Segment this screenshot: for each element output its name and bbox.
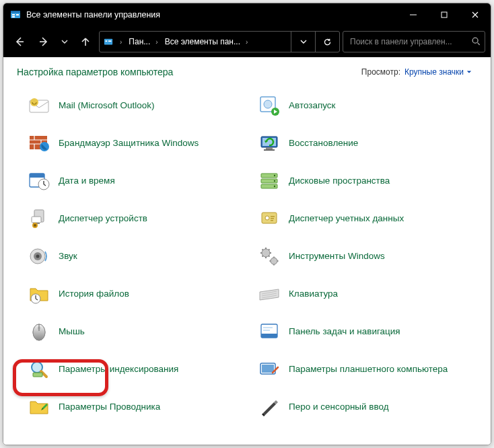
page-title: Настройка параметров компьютера: [17, 67, 361, 77]
cp-item-indexing[interactable]: Параметры индексирования: [24, 353, 247, 385]
chevron-right-icon[interactable]: ›: [243, 38, 250, 46]
forward-button[interactable]: [33, 31, 55, 52]
autoplay-icon: [258, 94, 281, 117]
cp-item-label: Mail (Microsoft Outlook): [59, 100, 155, 112]
svg-rect-4: [12, 16, 15, 17]
address-bar[interactable]: › Пан... › Все элементы пан... ›: [99, 31, 340, 52]
cp-item-creds[interactable]: Диспетчер учетных данных: [254, 202, 477, 235]
cp-item-taskbar[interactable]: Панель задач и навигация: [254, 315, 477, 348]
mail-icon: [28, 94, 50, 117]
view-label: Просмотр:: [361, 67, 400, 77]
credentials-icon: [258, 207, 281, 230]
cp-item-mouse[interactable]: Мышь: [24, 315, 247, 348]
location-icon: [100, 37, 117, 46]
fade-bottom: [3, 435, 491, 445]
svg-point-27: [274, 175, 275, 176]
cp-item-recovery[interactable]: Восстановление: [254, 127, 477, 159]
search-input[interactable]: [350, 37, 471, 46]
recent-dropdown[interactable]: [57, 31, 72, 52]
cp-item-label: Дата и время: [59, 176, 115, 187]
pen-icon: [258, 396, 281, 418]
chevron-right-icon[interactable]: ›: [153, 38, 160, 46]
mouse-icon: [28, 320, 50, 343]
breadcrumb-seg-1[interactable]: Пан...: [125, 32, 153, 52]
svg-rect-22: [30, 174, 44, 178]
svg-point-36: [265, 216, 269, 220]
titlebar: Все элементы панели управления: [3, 3, 491, 26]
svg-rect-51: [263, 327, 273, 328]
keyboard-icon: [258, 283, 281, 305]
cp-item-label: Дисковые пространства: [289, 176, 390, 187]
cp-item-mail[interactable]: Mail (Microsoft Outlook): [24, 89, 247, 122]
svg-point-34: [34, 224, 36, 227]
breadcrumb-seg-2[interactable]: Все элементы пан...: [161, 32, 243, 52]
cp-item-label: Параметры Проводника: [59, 402, 160, 413]
cp-item-devices[interactable]: Диспетчер устройств: [24, 202, 247, 235]
svg-rect-19: [266, 147, 273, 149]
maximize-button[interactable]: [429, 3, 460, 26]
file-history-icon: [28, 283, 50, 305]
window: Все элементы панели управления: [3, 3, 491, 445]
control-panel-grid: Mail (Microsoft Outlook) Автозапуск: [17, 89, 477, 423]
cp-item-label: История файлов: [59, 289, 129, 300]
cp-item-autorun[interactable]: Автозапуск: [254, 89, 477, 122]
refresh-button[interactable]: [315, 32, 339, 52]
chevron-right-icon[interactable]: ›: [117, 38, 125, 46]
cp-item-sound[interactable]: Звук: [24, 240, 247, 272]
cp-item-keyboard[interactable]: Клавиатура: [254, 278, 477, 310]
svg-point-42: [36, 255, 40, 258]
svg-rect-56: [262, 365, 274, 373]
cp-item-label: Диспетчер устройств: [59, 213, 147, 225]
back-button[interactable]: [9, 31, 30, 52]
cp-item-label: Звук: [59, 251, 77, 262]
sound-icon: [28, 245, 50, 268]
cp-item-storage[interactable]: Дисковые пространства: [254, 165, 477, 197]
cp-item-tablet[interactable]: Параметры планшетного компьютера: [254, 353, 477, 385]
svg-rect-1: [11, 11, 20, 13]
svg-rect-7: [106, 40, 108, 42]
cp-item-label: Диспетчер учетных данных: [289, 213, 404, 225]
svg-rect-52: [263, 330, 270, 331]
cp-item-label: Мышь: [59, 326, 85, 338]
svg-rect-31: [32, 217, 41, 223]
up-button[interactable]: [75, 31, 96, 52]
svg-rect-39: [271, 220, 273, 221]
svg-point-44: [271, 258, 277, 264]
content-header: Настройка параметров компьютера Просмотр…: [17, 67, 477, 77]
tools-icon: [258, 245, 281, 268]
svg-rect-50: [261, 334, 277, 338]
svg-point-28: [274, 180, 275, 182]
cp-item-label: Перо и сенсорный ввод: [289, 402, 389, 413]
cp-item-label: Инструменты Windows: [289, 251, 385, 262]
search-icon[interactable]: [471, 36, 481, 48]
svg-point-13: [264, 100, 272, 108]
search-box[interactable]: [343, 31, 485, 52]
svg-rect-8: [108, 40, 111, 42]
cp-item-explorer[interactable]: Параметры Проводника: [24, 391, 247, 423]
svg-rect-48: [38, 326, 40, 330]
view-selector[interactable]: Крупные значки: [404, 67, 472, 77]
close-button[interactable]: [460, 3, 491, 26]
svg-point-11: [30, 98, 38, 106]
cp-item-pen[interactable]: Перо и сенсорный ввод: [254, 391, 477, 423]
cp-item-datetime[interactable]: Дата и время: [24, 165, 247, 197]
taskbar-icon: [258, 320, 281, 343]
address-dropdown[interactable]: [291, 32, 315, 52]
svg-rect-54: [33, 373, 42, 377]
svg-point-29: [274, 186, 275, 187]
navbar: › Пан... › Все элементы пан... ›: [3, 26, 491, 57]
cp-item-filehistory[interactable]: История файлов: [24, 278, 247, 310]
cp-item-wintools[interactable]: Инструменты Windows: [254, 240, 477, 272]
svg-rect-37: [271, 216, 275, 217]
view-value-text: Крупные значки: [404, 67, 464, 77]
svg-rect-5: [442, 12, 447, 17]
indexing-icon: [28, 358, 50, 381]
minimize-button[interactable]: [398, 3, 429, 26]
cp-item-label: Клавиатура: [289, 289, 338, 300]
storage-icon: [258, 170, 281, 192]
svg-rect-3: [16, 14, 19, 15]
cp-item-firewall[interactable]: Брандмауэр Защитника Windows: [24, 127, 247, 159]
window-title: Все элементы панели управления: [26, 10, 398, 20]
firewall-icon: [28, 132, 50, 155]
svg-rect-2: [12, 14, 15, 15]
